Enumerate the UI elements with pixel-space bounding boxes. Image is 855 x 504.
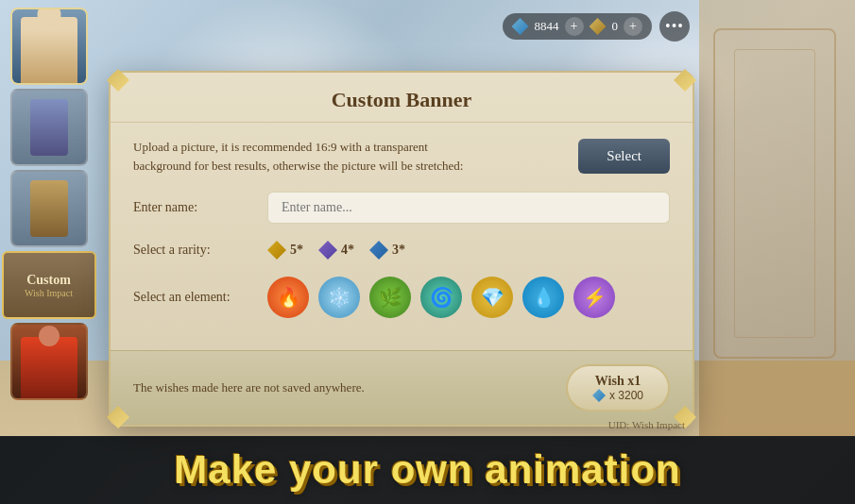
uid-text: UID: Wish Impact	[608, 419, 685, 430]
upload-row: Upload a picture, it is recommended 16:9…	[133, 138, 670, 175]
wish-cost-amount: x 3200	[609, 389, 643, 402]
right-panel-ornament	[713, 28, 836, 359]
name-row: Enter name:	[133, 192, 670, 224]
rarity-4-label: 4*	[341, 243, 354, 258]
dialog-body: Upload a picture, it is recommended 16:9…	[111, 123, 693, 350]
rarity-4star[interactable]: 4*	[318, 241, 354, 260]
name-input[interactable]	[267, 192, 670, 224]
rarity-3-label: 3*	[392, 243, 405, 258]
sidebar-custom-label: Custom	[26, 273, 71, 288]
avatar-figure-1	[21, 17, 77, 83]
element-anemo[interactable]: 🌀	[420, 277, 462, 318]
rarity-3star[interactable]: 3*	[369, 241, 405, 260]
element-pyro[interactable]: 🔥	[267, 277, 309, 318]
rarity-4-diamond	[318, 241, 337, 260]
fate-count: 0	[612, 19, 619, 34]
corner-tl	[107, 69, 129, 92]
add-fate-button[interactable]: +	[624, 17, 642, 36]
sidebar-custom-item[interactable]: Custom Wish Impact	[2, 251, 96, 319]
upload-description: Upload a picture, it is recommended 16:9…	[133, 138, 567, 175]
element-cryo[interactable]: ❄️	[318, 277, 360, 318]
primogem-icon	[512, 18, 529, 35]
custom-banner-dialog: Custom Banner Upload a picture, it is re…	[109, 71, 694, 427]
sidebar-item-3[interactable]	[10, 170, 88, 247]
element-row: Select an element: 🔥 ❄️ 🌿 🌀 💎 💧 ⚡	[133, 277, 670, 318]
rarity-options: 5* 4* 3*	[267, 241, 405, 260]
wish-label: Wish x1	[595, 374, 641, 389]
primogem-count: 8844	[535, 19, 559, 34]
sidebar-char-bottom[interactable]	[10, 323, 88, 400]
element-geo[interactable]: 💎	[471, 277, 513, 318]
more-button[interactable]: •••	[659, 11, 690, 42]
corner-tr	[674, 69, 696, 92]
footer-warning: The wishes made here are not saved anywh…	[133, 380, 365, 395]
element-dendro[interactable]: 🌿	[369, 277, 411, 318]
rarity-label: Select a rarity:	[133, 243, 256, 258]
sidebar-figure-3	[30, 180, 68, 237]
fate-icon	[590, 18, 607, 35]
dialog-title-bar: Custom Banner	[111, 73, 693, 123]
corner-bl	[107, 406, 129, 428]
bottom-title-bar: Make your own animation	[0, 436, 855, 504]
select-button[interactable]: Select	[578, 139, 670, 174]
avatar-bg-1	[12, 9, 86, 83]
dialog-footer: The wishes made here are not saved anywh…	[111, 350, 693, 425]
dialog-title: Custom Banner	[129, 88, 674, 112]
sidebar-custom-sub: Wish Impact	[25, 288, 73, 298]
sidebar-avatar-1[interactable]	[10, 8, 88, 85]
char-bottom-figure	[21, 337, 77, 398]
wish-button[interactable]: Wish x1 x 3200	[566, 364, 670, 412]
rarity-row: Select a rarity: 5* 4* 3*	[133, 241, 670, 260]
rarity-5-diamond	[267, 241, 286, 260]
element-label: Select an element:	[133, 290, 256, 305]
more-icon: •••	[665, 18, 684, 35]
name-label: Enter name:	[133, 200, 256, 215]
element-icons: 🔥 ❄️ 🌿 🌀 💎 💧 ⚡	[267, 277, 615, 318]
rarity-5-label: 5*	[290, 243, 303, 258]
rarity-5star[interactable]: 5*	[267, 241, 303, 260]
bottom-title-text: Make your own animation	[174, 447, 680, 493]
element-hydro[interactable]: 💧	[522, 277, 564, 318]
wish-cost: x 3200	[592, 389, 643, 402]
element-electro[interactable]: ⚡	[573, 277, 615, 318]
currency-bar: 8844 + 0 + •••	[503, 11, 691, 42]
primogem-badge: 8844 + 0 +	[503, 13, 653, 40]
wish-gem-icon	[592, 389, 606, 402]
sidebar-figure-2	[30, 99, 68, 156]
sidebar-item-2[interactable]	[10, 89, 88, 166]
sidebar: Custom Wish Impact	[0, 0, 97, 406]
add-primogem-button[interactable]: +	[565, 17, 584, 36]
rarity-3-diamond	[369, 241, 388, 260]
